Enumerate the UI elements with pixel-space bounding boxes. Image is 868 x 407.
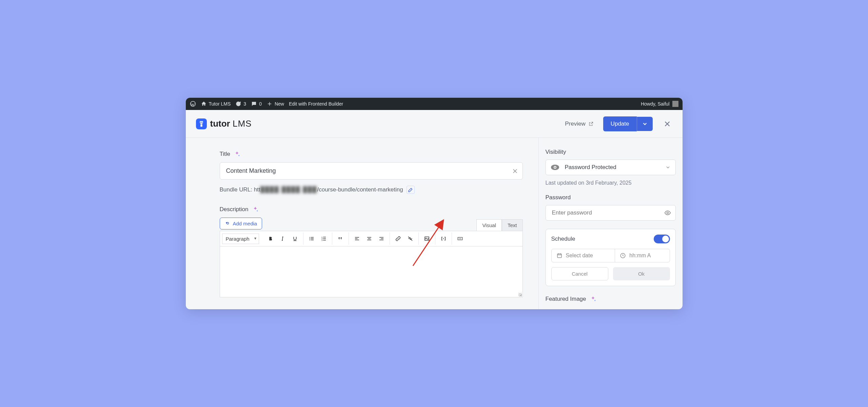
numbered-list-button[interactable]: 123: [318, 233, 330, 245]
site-link[interactable]: Tutor LMS: [201, 101, 231, 107]
align-center-icon: [366, 236, 372, 242]
svg-rect-15: [323, 240, 326, 241]
bold-icon: [268, 236, 274, 242]
preview-link[interactable]: Preview: [565, 121, 593, 127]
editor-tab-text[interactable]: Text: [502, 219, 523, 231]
comments-link[interactable]: 0: [251, 101, 262, 107]
underline-button[interactable]: [289, 233, 301, 245]
svg-point-30: [667, 212, 668, 214]
sparkle-icon[interactable]: [252, 206, 259, 213]
app-header: tutor LMS Preview Update: [186, 110, 683, 138]
sparkle-icon[interactable]: [234, 151, 240, 158]
new-text: New: [275, 101, 284, 107]
svg-rect-18: [355, 240, 359, 240]
chevron-down-icon: [665, 165, 671, 170]
add-media-button[interactable]: Add media: [220, 218, 262, 229]
schedule-date-input[interactable]: Select date: [552, 249, 615, 262]
align-right-icon: [378, 236, 384, 242]
editor-tab-visual[interactable]: Visual: [476, 219, 502, 231]
featured-image-label: Featured Image: [546, 296, 586, 302]
home-icon: [201, 101, 207, 107]
italic-button[interactable]: [277, 233, 289, 245]
schedule-cancel-button[interactable]: Cancel: [551, 267, 608, 280]
eye-icon: [551, 164, 559, 170]
edit-url-button[interactable]: [407, 186, 415, 194]
svg-rect-23: [381, 238, 383, 239]
align-left-button[interactable]: [351, 233, 363, 245]
svg-rect-31: [557, 254, 561, 258]
update-dropdown[interactable]: [637, 117, 653, 131]
title-clear-button[interactable]: [512, 168, 518, 174]
wp-logo[interactable]: [190, 101, 196, 107]
calendar-icon: [556, 253, 563, 259]
align-right-button[interactable]: [375, 233, 388, 245]
tutor-badge-icon: [196, 118, 207, 129]
svg-rect-13: [323, 237, 326, 238]
close-button[interactable]: [662, 119, 672, 129]
site-name-text: Tutor LMS: [209, 101, 231, 107]
shortcode-button[interactable]: [437, 233, 450, 245]
link-button[interactable]: [392, 233, 404, 245]
paragraph-select[interactable]: Paragraph: [222, 234, 259, 244]
content-body: Title Bundle URL: htt████ ████ ███/cours…: [186, 138, 683, 309]
new-link[interactable]: New: [267, 101, 284, 107]
svg-rect-16: [355, 237, 359, 238]
image-button[interactable]: [421, 233, 433, 245]
time-placeholder: hh:mm A: [629, 253, 651, 259]
svg-point-29: [554, 167, 556, 168]
image-icon: [424, 236, 430, 242]
main-column: Title Bundle URL: htt████ ████ ███/cours…: [186, 138, 538, 309]
code-icon: [440, 236, 447, 242]
schedule-ok-button[interactable]: Ok: [613, 267, 670, 280]
align-center-button[interactable]: [363, 233, 375, 245]
comment-icon: [251, 101, 257, 107]
svg-point-1: [200, 122, 201, 123]
schedule-toggle[interactable]: [654, 235, 670, 243]
logo-text: tutor LMS: [210, 118, 252, 129]
user-avatar-icon: [672, 101, 678, 107]
toggle-password-visibility[interactable]: [664, 209, 671, 216]
user-menu[interactable]: Howdy, Saiful: [641, 101, 678, 107]
sparkle-icon[interactable]: [590, 296, 596, 302]
password-input[interactable]: [546, 205, 676, 221]
link-icon: [395, 236, 401, 242]
editor-textarea[interactable]: [220, 246, 523, 297]
bundle-url-label: Bundle URL:: [220, 186, 254, 193]
schedule-label: Schedule: [551, 236, 575, 242]
howdy-text: Howdy, Saiful: [641, 101, 670, 107]
media-icon: [225, 221, 230, 226]
last-updated-text: Last updated on 3rd February, 2025: [546, 180, 676, 186]
svg-rect-7: [311, 237, 313, 238]
date-placeholder: Select date: [566, 253, 593, 259]
updates-link[interactable]: 3: [235, 101, 246, 107]
visibility-select[interactable]: Password Protected: [546, 160, 676, 175]
unlink-button[interactable]: [404, 233, 416, 245]
external-link-icon: [588, 121, 594, 127]
bullet-list-button[interactable]: [305, 233, 318, 245]
wp-admin-bar: Tutor LMS 3 0 New Edit with Frontend Bui…: [186, 98, 683, 110]
refresh-icon: [235, 101, 241, 107]
update-button[interactable]: Update: [603, 116, 637, 131]
schedule-time-input[interactable]: hh:mm A: [615, 249, 669, 262]
logo[interactable]: tutor LMS: [196, 118, 252, 129]
visibility-value: Password Protected: [565, 164, 616, 171]
svg-rect-19: [367, 237, 371, 238]
title-input[interactable]: [220, 162, 523, 180]
plus-icon: [267, 101, 273, 107]
blockquote-button[interactable]: [334, 233, 347, 245]
preview-label: Preview: [565, 121, 585, 127]
svg-rect-21: [367, 240, 371, 240]
svg-rect-26: [458, 237, 462, 240]
svg-rect-20: [368, 238, 371, 239]
resize-handle[interactable]: [518, 293, 522, 296]
svg-point-4: [309, 237, 310, 238]
sidebar-column: Visibility Password Protected Last updat…: [538, 138, 683, 309]
keyboard-button[interactable]: [454, 233, 466, 245]
bold-button[interactable]: [264, 233, 277, 245]
svg-rect-17: [355, 238, 358, 239]
schedule-card: Schedule Select date hh:mm A Cancel Ok: [546, 229, 676, 286]
title-label: Title: [220, 151, 231, 158]
app-window: Tutor LMS 3 0 New Edit with Frontend Bui…: [186, 98, 683, 309]
svg-point-6: [309, 240, 310, 240]
frontend-builder-link[interactable]: Edit with Frontend Builder: [289, 101, 343, 107]
